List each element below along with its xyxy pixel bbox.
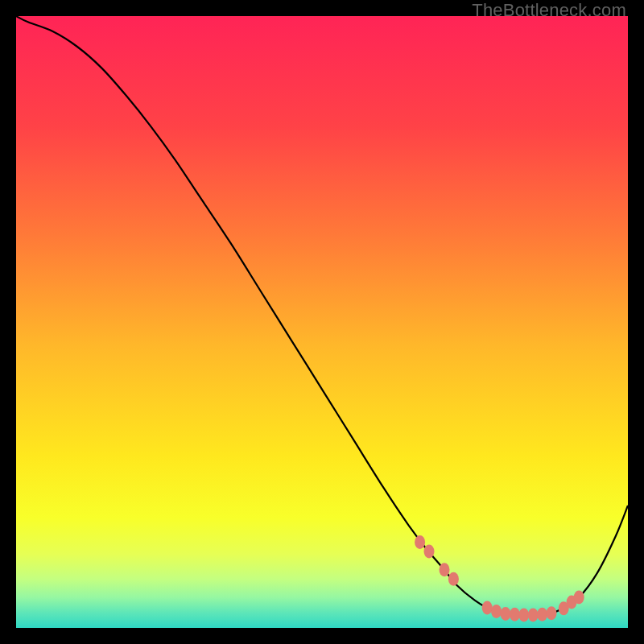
- gradient-background: [16, 16, 628, 628]
- curve-marker: [482, 601, 493, 614]
- curve-marker: [547, 606, 557, 620]
- curve-marker: [415, 535, 425, 549]
- curve-marker: [518, 609, 529, 622]
- curve-marker: [440, 563, 450, 576]
- bottleneck-chart: [16, 16, 628, 628]
- curve-marker: [574, 591, 584, 605]
- curve-marker: [424, 545, 435, 559]
- curve-marker: [448, 572, 459, 586]
- curve-marker: [537, 608, 547, 621]
- curve-marker: [501, 607, 511, 621]
- curve-marker: [491, 605, 502, 618]
- curve-marker: [528, 609, 539, 622]
- curve-marker: [510, 608, 520, 621]
- watermark-text: TheBottleneck.com: [472, 0, 626, 21]
